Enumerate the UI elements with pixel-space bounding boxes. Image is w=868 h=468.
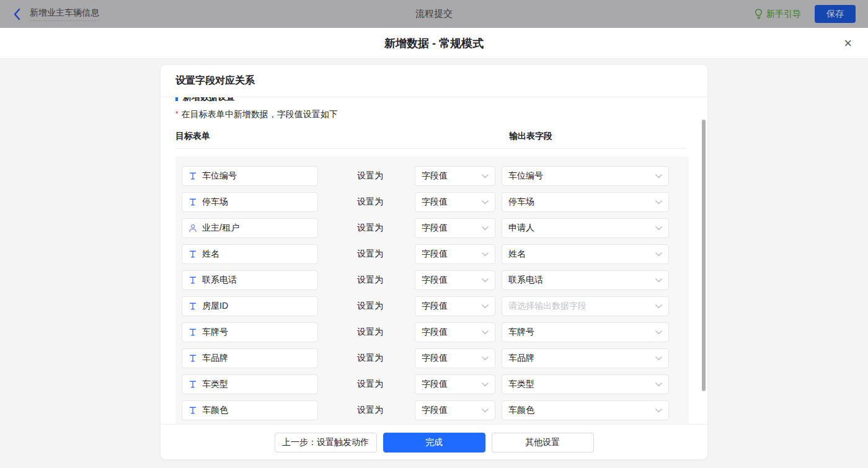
output-field-value: 车牌号 — [508, 327, 534, 338]
set-as-label: 设置为 — [357, 196, 415, 208]
chevron-down-icon — [482, 252, 489, 257]
output-field-value: 联系电话 — [508, 275, 543, 286]
chevron-down-icon — [655, 304, 662, 309]
value-type-select[interactable]: 字段值 — [415, 218, 495, 238]
output-field-select[interactable]: 请选择输出数据字段 — [502, 296, 669, 316]
text-field-icon — [188, 406, 197, 415]
person-field-icon — [188, 224, 197, 232]
value-type-select[interactable]: 字段值 — [415, 166, 495, 186]
target-field-box[interactable]: 业主/租户 — [182, 218, 318, 238]
section-marker-bar — [175, 97, 178, 101]
value-type-select[interactable]: 字段值 — [415, 348, 495, 368]
output-field-value: 姓名 — [508, 249, 526, 260]
target-field-label: 车颜色 — [202, 405, 228, 416]
output-field-select[interactable]: 联系电话 — [502, 270, 669, 290]
value-type-select[interactable]: 字段值 — [415, 270, 495, 290]
target-field-label: 车位编号 — [202, 170, 237, 182]
output-field-value: 请选择输出数据字段 — [508, 301, 587, 312]
chevron-down-icon — [655, 252, 662, 257]
value-type-value: 字段值 — [422, 301, 448, 312]
target-field-label: 停车场 — [202, 196, 228, 208]
chevron-down-icon — [482, 278, 489, 283]
chevron-down-icon — [482, 330, 489, 335]
field-mapping-row: 车牌号 设置为 字段值 车牌号 — [182, 322, 689, 342]
target-field-box[interactable]: 车品牌 — [182, 348, 318, 368]
output-field-value: 车类型 — [508, 379, 534, 390]
chevron-down-icon — [655, 200, 662, 205]
target-field-box[interactable]: 车牌号 — [182, 322, 318, 342]
target-field-box[interactable]: 联系电话 — [182, 270, 318, 290]
scrollable-content[interactable]: 新增数据设置 *在目标表单中新增数据，字段值设置如下 目标表单 输出表字段 车位… — [161, 97, 707, 424]
value-type-select[interactable]: 字段值 — [415, 322, 495, 342]
chevron-down-icon — [482, 174, 489, 179]
output-field-select[interactable]: 车品牌 — [502, 348, 669, 368]
value-type-select[interactable]: 字段值 — [415, 244, 495, 264]
save-button[interactable]: 保存 — [815, 5, 856, 23]
output-field-select[interactable]: 姓名 — [502, 244, 669, 264]
modal-header: 新增数据 - 常规模式 × — [0, 28, 868, 59]
target-field-box[interactable]: 姓名 — [182, 244, 318, 264]
clipped-section-title-wrap: 新增数据设置 — [175, 97, 707, 104]
column-header-target-form: 目标表单 — [175, 131, 210, 142]
set-as-label: 设置为 — [357, 379, 415, 390]
target-field-label: 业主/租户 — [202, 223, 239, 234]
page-title: 流程提交 — [0, 8, 868, 20]
modal-body: 设置字段对应关系 新增数据设置 *在目标表单中新增数据，字段值设置如下 目标表单… — [0, 59, 868, 468]
instruction-note: *在目标表单中新增数据，字段值设置如下 — [175, 109, 707, 120]
target-field-box[interactable]: 车颜色 — [182, 400, 318, 420]
chevron-down-icon — [482, 200, 489, 205]
text-field-icon — [188, 172, 197, 180]
back-button[interactable] — [12, 7, 21, 21]
value-type-select[interactable]: 字段值 — [415, 296, 495, 316]
workflow-name[interactable]: 新增业主车辆信息 — [30, 7, 99, 21]
chevron-down-icon — [482, 304, 489, 309]
output-field-select[interactable]: 申请人 — [502, 218, 669, 238]
target-field-box[interactable]: 车类型 — [182, 374, 318, 394]
target-field-box[interactable]: 车位编号 — [182, 166, 318, 186]
set-as-label: 设置为 — [357, 275, 415, 286]
card-footer: 上一步：设置触发动作 完成 其他设置 — [161, 424, 707, 459]
field-mapping-row: 姓名 设置为 字段值 姓名 — [182, 244, 689, 264]
done-button[interactable]: 完成 — [383, 433, 485, 453]
chevron-down-icon — [482, 356, 489, 361]
text-field-icon — [188, 380, 197, 389]
output-field-value: 车品牌 — [508, 353, 534, 364]
chevron-down-icon — [655, 226, 662, 231]
text-field-icon — [188, 354, 197, 363]
set-as-label: 设置为 — [357, 249, 415, 260]
output-field-select[interactable]: 停车场 — [502, 192, 669, 212]
beginner-guide-link[interactable]: 新手引导 — [755, 9, 801, 20]
value-type-select[interactable]: 字段值 — [415, 400, 495, 420]
target-field-box[interactable]: 房屋ID — [182, 296, 318, 316]
beginner-guide-label: 新手引导 — [766, 9, 801, 20]
target-field-label: 联系电话 — [202, 275, 237, 286]
output-field-value: 停车场 — [508, 196, 534, 208]
output-field-value: 车位编号 — [508, 170, 543, 182]
chevron-down-icon — [655, 356, 662, 361]
value-type-select[interactable]: 字段值 — [415, 192, 495, 212]
target-field-label: 车类型 — [202, 379, 228, 390]
chevron-down-icon — [655, 278, 662, 283]
other-settings-button[interactable]: 其他设置 — [492, 433, 594, 453]
set-as-label: 设置为 — [357, 223, 415, 234]
section-title-partially-visible: 新增数据设置 — [175, 97, 707, 103]
output-field-select[interactable]: 车位编号 — [502, 166, 669, 186]
scrollbar-thumb[interactable] — [702, 120, 706, 391]
output-field-value: 申请人 — [508, 223, 534, 234]
set-as-label: 设置为 — [357, 405, 415, 416]
output-field-select[interactable]: 车类型 — [502, 374, 669, 394]
output-field-select[interactable]: 车颜色 — [502, 400, 669, 420]
top-toolbar: 新增业主车辆信息 流程提交 新手引导 保存 — [0, 0, 868, 28]
value-type-value: 字段值 — [422, 327, 448, 338]
prev-step-button[interactable]: 上一步：设置触发动作 — [275, 433, 377, 453]
set-as-label: 设置为 — [357, 301, 415, 312]
output-field-select[interactable]: 车牌号 — [502, 322, 669, 342]
chevron-down-icon — [482, 408, 489, 413]
header-divider — [175, 148, 686, 149]
close-icon[interactable]: × — [844, 28, 852, 59]
chevron-down-icon — [655, 174, 662, 179]
target-field-box[interactable]: 停车场 — [182, 192, 318, 212]
column-header-output-fields: 输出表字段 — [509, 131, 552, 142]
value-type-value: 字段值 — [422, 275, 448, 286]
value-type-select[interactable]: 字段值 — [415, 374, 495, 394]
